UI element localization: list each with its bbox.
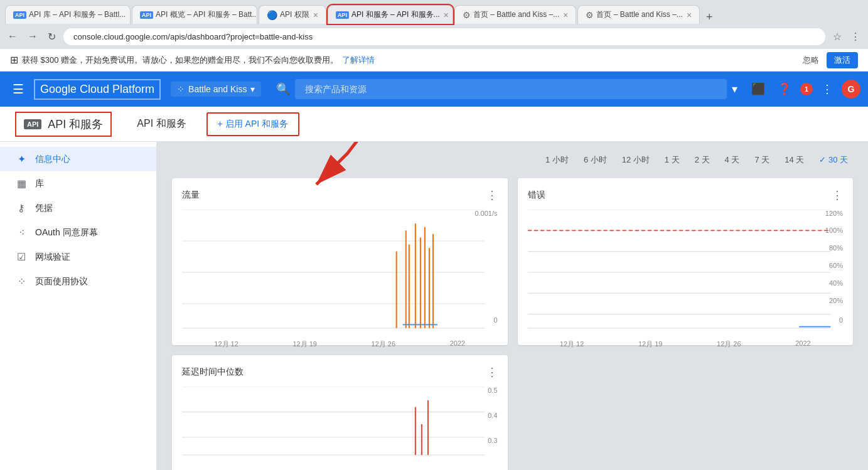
time-30d[interactable]: ✓ 30 天	[814, 152, 853, 168]
latency-menu-button[interactable]: ⋮	[486, 365, 498, 379]
tab-label: API 库 – API 和服务 – Battl...	[29, 9, 126, 20]
search-icon[interactable]: 🔍	[276, 82, 290, 96]
help-button[interactable]: ❓	[774, 78, 795, 100]
tab-home2[interactable]: ⚙ 首页 – Battle and Kiss –... ×	[577, 5, 700, 24]
sidebar-item-dashboard[interactable]: ✦ 信息中心	[0, 147, 156, 171]
enable-api-button[interactable]: + 启用 API 和服务	[206, 112, 299, 136]
errors-x-label-3: 12月 26	[717, 339, 741, 349]
cloud-shell-button[interactable]: ⬛	[747, 78, 769, 100]
tab-shield-icon: 🔵	[267, 10, 277, 20]
sidebar-label-oauth: OAuth 同意屏幕	[35, 227, 98, 238]
avatar[interactable]: G	[842, 80, 860, 99]
tab-api-icon: API	[13, 11, 26, 19]
sidebar-item-terms[interactable]: ⁘ 页面使用协议	[0, 269, 156, 294]
bookmark-button[interactable]: ☆	[830, 28, 844, 45]
tab-label: 首页 – Battle and Kiss –...	[596, 9, 682, 20]
time-filter: 1 小时 6 小时 12 小时 1 天 2 天 4 天 7 天 14 天 ✓ 3…	[172, 152, 853, 168]
time-6h[interactable]: 6 小时	[579, 152, 612, 168]
tab-home1[interactable]: ⚙ 首页 – Battle and Kiss –... ×	[454, 5, 577, 24]
info-bar-right: 忽略 激活	[803, 52, 858, 68]
tab-label: API 权限	[280, 9, 309, 20]
errors-chart-svg	[528, 210, 844, 335]
page-title: API 和服务	[48, 117, 103, 132]
tab-close-icon[interactable]: ×	[129, 10, 131, 20]
errors-x-label-2: 12月 19	[638, 339, 663, 349]
notification-badge[interactable]: 1	[800, 83, 813, 95]
brand-name: Google Cloud Platform	[34, 79, 161, 100]
page-header: API API 和服务 API 和服务 + 启用 API 和服务	[0, 107, 868, 142]
sidebar-item-library[interactable]: ▦ 库	[0, 171, 156, 196]
errors-menu-button[interactable]: ⋮	[832, 188, 843, 202]
errors-chart-card: 错误 ⋮ 120% 100% 80% 60% 40% 20% 0	[518, 178, 854, 345]
errors-x-label-1: 12月 12	[560, 339, 584, 349]
chart-header-latency: 延迟时间中位数 ⋮	[182, 365, 498, 379]
content-area: 1 小时 6 小时 12 小时 1 天 2 天 4 天 7 天 14 天 ✓ 3…	[157, 142, 868, 470]
time-4d[interactable]: 4 天	[720, 152, 745, 168]
charts-grid: 流量 ⋮ 0.001/s 0	[172, 178, 853, 470]
errors-title: 错误	[528, 190, 545, 201]
new-tab-button[interactable]: +	[701, 11, 718, 24]
latency-y-05: 0.5	[488, 387, 497, 394]
more-options-button[interactable]: ⋮	[818, 78, 837, 100]
activate-button[interactable]: 激活	[827, 52, 858, 68]
api-badge: API	[24, 119, 41, 129]
nav-right: ⬛ ❓ 1 ⋮ G	[747, 78, 860, 100]
traffic-title: 流量	[182, 190, 200, 201]
tab-api-services[interactable]: API API 和服务 – API 和服务... ×	[328, 5, 453, 24]
errors-y-60: 60%	[829, 262, 843, 269]
time-7d[interactable]: 7 天	[749, 152, 774, 168]
time-1h[interactable]: 1 小时	[540, 152, 574, 168]
latency-y-03: 0.3	[488, 437, 497, 444]
traffic-y-zero: 0	[493, 316, 497, 324]
search-input[interactable]	[295, 79, 727, 99]
time-2d[interactable]: 2 天	[690, 152, 715, 168]
latency-chart-card: 延迟时间中位数 ⋮ 0.5 0.4 0.3	[172, 355, 508, 470]
sidebar-label-domain: 网域验证	[35, 252, 70, 263]
address-bar: ← → ↻ ☆ ⋮	[0, 24, 868, 49]
domain-icon: ☑	[15, 251, 28, 263]
address-input[interactable]	[63, 28, 825, 45]
reload-button[interactable]: ↻	[45, 28, 58, 45]
skip-button[interactable]: 忽略	[803, 52, 819, 68]
back-button[interactable]: ←	[5, 28, 20, 45]
sidebar-item-oauth[interactable]: ⁖ OAuth 同意屏幕	[0, 220, 156, 245]
tab-close-icon[interactable]: ×	[687, 10, 692, 20]
search-bar: 🔍 ▾	[276, 79, 737, 99]
tab-close-icon[interactable]: ×	[313, 10, 318, 20]
page-title-area: API API 和服务	[15, 112, 112, 137]
chart-header-errors: 错误 ⋮	[528, 188, 844, 202]
project-selector[interactable]: ⁘ Battle and Kiss ▾	[171, 82, 261, 97]
latency-y-04: 0.4	[488, 412, 497, 419]
time-14d[interactable]: 14 天	[780, 152, 809, 168]
traffic-menu-button[interactable]: ⋮	[486, 188, 498, 202]
traffic-x-label-2: 12月 19	[292, 339, 317, 349]
info-text: 获得 $300 赠金，开始免费试用。请放心，如果您的赠金用尽，我们不会向您收取费…	[22, 55, 338, 66]
tab-overview[interactable]: API API 概览 – API 和服务 – Batt... ×	[132, 5, 257, 24]
project-name: Battle and Kiss	[188, 84, 247, 94]
time-1d[interactable]: 1 天	[660, 152, 685, 168]
tab-close-icon[interactable]: ×	[563, 10, 568, 20]
more-button[interactable]: ⋮	[848, 28, 863, 45]
errors-y-80: 80%	[829, 244, 843, 252]
forward-button[interactable]: →	[25, 28, 40, 45]
tab-api-icon: API	[140, 11, 153, 19]
sidebar-item-credentials[interactable]: ⚷ 凭据	[0, 196, 156, 220]
hamburger-button[interactable]: ☰	[8, 77, 29, 102]
errors-y-20: 20%	[829, 297, 843, 304]
tab-library[interactable]: API API 库 – API 和服务 – Battl... ×	[5, 5, 131, 24]
tab-api-icon: API	[336, 11, 349, 19]
tab-home-icon2: ⚙	[586, 10, 594, 20]
tab-permissions[interactable]: 🔵 API 权限 ×	[259, 5, 326, 24]
traffic-x-label-1: 12月 12	[214, 339, 238, 349]
errors-y-40: 40%	[829, 279, 843, 287]
info-learn-link[interactable]: 了解详情	[342, 55, 375, 66]
subtitle: API 和服务	[137, 117, 186, 131]
errors-x-labels: 12月 12 12月 19 12月 26 2022	[528, 339, 844, 349]
tab-close-icon[interactable]: ×	[444, 10, 449, 20]
sidebar-item-domain[interactable]: ☑ 网域验证	[0, 245, 156, 269]
tabs-bar: API API 库 – API 和服务 – Battl... × API API…	[0, 0, 868, 24]
search-expand-icon[interactable]: ▾	[732, 82, 737, 96]
time-12h[interactable]: 12 小时	[617, 152, 655, 168]
browser-window: API API 库 – API 和服务 – Battl... × API API…	[0, 0, 868, 470]
address-actions: ☆ ⋮	[830, 28, 863, 45]
